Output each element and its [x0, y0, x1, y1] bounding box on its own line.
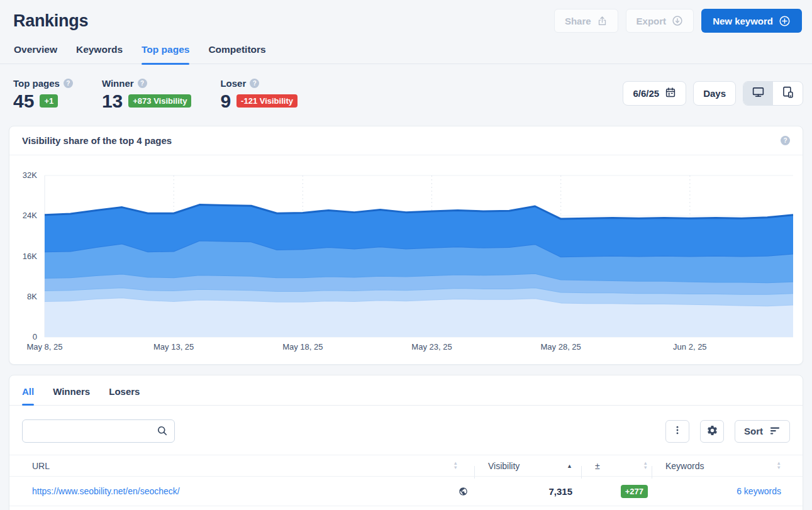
pages-table-card: All Winners Losers Sort	[9, 375, 803, 510]
help-icon[interactable]: ?	[781, 136, 790, 145]
svg-text:May 13, 25: May 13, 25	[153, 342, 194, 352]
help-icon[interactable]: ?	[64, 79, 73, 88]
granularity-value: Days	[703, 88, 726, 99]
svg-text:8K: 8K	[27, 292, 37, 301]
tab-competitors[interactable]: Competitors	[208, 40, 265, 64]
stat-top-pages: Top pages ? 45 +1	[13, 78, 73, 111]
stat-loser: Loser ? 9 -121 Visibility	[220, 78, 298, 111]
svg-text:0: 0	[33, 332, 37, 341]
help-icon[interactable]: ?	[138, 79, 147, 88]
column-header-url[interactable]: URL ▲▼	[9, 461, 474, 471]
sort-arrows-icon[interactable]: ▲▼	[643, 462, 648, 470]
share-button[interactable]: Share	[554, 9, 618, 33]
tab-keywords[interactable]: Keywords	[76, 40, 123, 64]
table-tabbar: All Winners Losers	[9, 375, 803, 406]
table-toolbar: Sort	[9, 406, 803, 455]
sort-asc-icon[interactable]: ▲	[567, 463, 572, 469]
globe-icon[interactable]	[459, 487, 468, 496]
visibility-chart-card: Visibility share of the top 4 pages ? 08…	[9, 126, 803, 365]
device-desktop-segment[interactable]	[743, 82, 773, 105]
svg-text:May 28, 25: May 28, 25	[541, 342, 581, 352]
device-mobile-segment[interactable]	[773, 82, 803, 105]
share-button-label: Share	[565, 16, 591, 26]
table-header-row: URL ▲▼ Visibility ▲ ± ▲▼ Keywords ▲▼	[9, 455, 803, 477]
column-label-url: URL	[32, 461, 50, 471]
stat-loser-value: 9	[220, 91, 231, 111]
tab-top-pages[interactable]: Top pages	[142, 40, 189, 64]
toolbar-actions: Sort	[665, 420, 790, 443]
table-row: https://www.seobility.net/en/seocheck/ 7…	[9, 477, 803, 506]
tab-all[interactable]: All	[22, 384, 34, 405]
sort-button[interactable]: Sort	[735, 420, 790, 443]
svg-text:May 23, 25: May 23, 25	[411, 342, 452, 352]
gear-icon	[706, 424, 718, 438]
search-box	[22, 419, 175, 443]
search-icon	[156, 424, 169, 440]
main-tabbar: Overview Keywords Top pages Competitors	[0, 40, 812, 64]
new-keyword-button-label: New keyword	[713, 16, 773, 26]
svg-text:16K: 16K	[23, 252, 37, 261]
stat-top-pages-badge: +1	[40, 94, 58, 108]
page-title: Rankings	[13, 11, 88, 31]
date-picker-button[interactable]: 6/6/25	[623, 81, 686, 106]
share-icon	[597, 16, 608, 26]
sort-button-label: Sort	[744, 426, 763, 436]
stat-loser-label: Loser	[220, 78, 246, 89]
tab-losers[interactable]: Losers	[109, 384, 140, 405]
column-label-keywords: Keywords	[665, 461, 704, 471]
stat-top-pages-label: Top pages	[13, 78, 60, 89]
stat-top-pages-value: 45	[13, 91, 34, 111]
date-value: 6/6/25	[633, 88, 659, 99]
chart-title: Visibility share of the top 4 pages	[22, 135, 172, 146]
svg-text:Jun 2, 25: Jun 2, 25	[673, 342, 707, 352]
sort-arrows-icon[interactable]: ▲▼	[777, 462, 781, 470]
top-actions: Share Export New keyword	[554, 9, 802, 33]
search-input[interactable]	[22, 419, 175, 443]
stat-loser-badge: -121 Visibility	[236, 94, 298, 108]
download-icon	[672, 15, 683, 26]
rankings-page: Rankings Share Export New keyword Overvi…	[0, 0, 812, 510]
tablet-phone-icon	[781, 86, 794, 101]
change-badge: +277	[621, 485, 648, 498]
stat-winner-badge: +873 Visibility	[128, 94, 191, 108]
column-header-visibility[interactable]: Visibility ▲	[474, 461, 581, 471]
chart-header: Visibility share of the top 4 pages ?	[9, 126, 803, 155]
stat-winner-value: 13	[102, 91, 123, 111]
tab-winners[interactable]: Winners	[53, 384, 90, 405]
sort-lines-icon	[769, 425, 781, 437]
svg-text:May 8, 25: May 8, 25	[26, 342, 62, 352]
chart-body: 08K16K24K32KMay 8, 25May 13, 25May 18, 2…	[9, 155, 803, 360]
kebab-icon	[672, 424, 683, 438]
stats-row: Top pages ? 45 +1 Winner ? 13 +873 Visib…	[0, 64, 812, 111]
top-bar: Rankings Share Export New keyword	[0, 0, 812, 33]
device-toggle	[743, 81, 803, 106]
stat-winner: Winner ? 13 +873 Visibility	[102, 78, 192, 111]
stacked-area-chart[interactable]: 08K16K24K32KMay 8, 25May 13, 25May 18, 2…	[9, 155, 803, 358]
tab-overview[interactable]: Overview	[14, 40, 57, 64]
range-controls: 6/6/25 Days	[623, 81, 803, 106]
new-keyword-button[interactable]: New keyword	[701, 9, 802, 33]
settings-button[interactable]	[700, 420, 724, 443]
column-label-change: ±	[595, 461, 600, 471]
column-header-keywords[interactable]: Keywords ▲▼	[652, 461, 803, 471]
svg-text:May 18, 25: May 18, 25	[282, 342, 323, 352]
page-url-link[interactable]: https://www.seobility.net/en/seocheck/	[32, 486, 180, 496]
svg-text:24K: 24K	[23, 211, 37, 220]
sort-arrows-icon[interactable]: ▲▼	[453, 462, 458, 470]
visibility-value: 7,315	[548, 486, 572, 497]
plus-circle-icon	[779, 15, 791, 27]
column-header-change[interactable]: ± ▲▼	[581, 461, 652, 471]
column-label-visibility: Visibility	[488, 461, 520, 471]
export-button[interactable]: Export	[626, 9, 694, 33]
desktop-icon	[752, 86, 765, 101]
export-button-label: Export	[637, 16, 667, 26]
keywords-link[interactable]: 6 keywords	[737, 486, 781, 496]
calendar-icon	[665, 87, 676, 100]
more-options-button[interactable]	[665, 420, 689, 443]
help-icon[interactable]: ?	[250, 79, 259, 88]
stat-winner-label: Winner	[102, 78, 134, 89]
svg-text:32K: 32K	[23, 170, 37, 180]
granularity-button[interactable]: Days	[693, 81, 736, 106]
